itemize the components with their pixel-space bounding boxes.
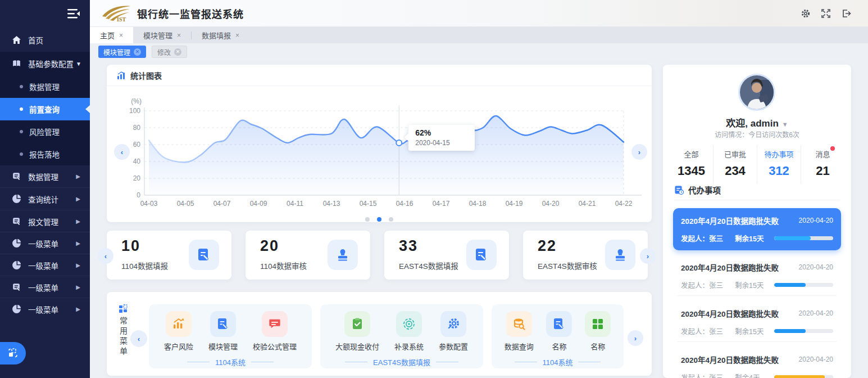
- sidebar-item-preposition-query[interactable]: 前置查询: [0, 98, 90, 120]
- bullet-icon: [20, 85, 23, 88]
- fullscreen-icon[interactable]: [821, 8, 831, 19]
- sidebar-item-label: 报告落地: [29, 148, 60, 160]
- close-chip-icon[interactable]: ✕: [134, 48, 141, 56]
- stat-value: 33: [399, 237, 418, 255]
- tooltip-value: 62%: [415, 128, 468, 137]
- home-icon: [12, 35, 21, 45]
- todo-progress-bar: [774, 375, 833, 378]
- chip-modify[interactable]: 修改 ✕: [152, 46, 187, 58]
- divider: [678, 341, 837, 342]
- pie-chart-icon: [12, 194, 21, 204]
- svg-text:100: 100: [129, 107, 140, 115]
- quick-item-name-grid[interactable]: 名称: [585, 311, 611, 352]
- svg-text:04-17: 04-17: [433, 200, 450, 208]
- sidebar-item-level1-menu-1[interactable]: 一级菜单 ▶: [0, 232, 90, 254]
- stat-card-east4s-fill[interactable]: 33 EAST4S数据填报: [384, 231, 509, 280]
- sidebar-item-label: 数据管理: [28, 171, 58, 182]
- quick-item-label: 名称: [590, 341, 605, 352]
- bar-chart-icon: [172, 317, 185, 331]
- welcome-row[interactable]: 欢迎, admin▼: [663, 115, 851, 129]
- collapse-sidebar-icon[interactable]: [66, 7, 81, 20]
- svg-text:04-05: 04-05: [177, 200, 194, 208]
- quick-item-cash-payment[interactable]: 大额现金收付: [335, 311, 379, 352]
- pie-chart-icon: [12, 304, 21, 314]
- quick-item-data-query[interactable]: 数据查询: [505, 311, 534, 352]
- stat-cards-prev-button[interactable]: ‹: [98, 248, 113, 264]
- close-tab-icon[interactable]: ×: [177, 32, 181, 39]
- quick-item-name-doc[interactable]: 名称: [546, 311, 572, 352]
- quick-item-param-config[interactable]: 参数配置: [439, 311, 468, 352]
- stat-cards-next-button[interactable]: ›: [640, 248, 656, 264]
- svg-text:04-16: 04-16: [396, 200, 413, 208]
- sidebar-item-level1-menu-4[interactable]: 一级菜单 ▶: [0, 298, 90, 320]
- sidebar-item-data-mgmt-sub[interactable]: 数据管理: [0, 75, 90, 98]
- settings-gear-icon[interactable]: [801, 8, 811, 19]
- quick-menu-next-button[interactable]: ›: [628, 330, 643, 346]
- close-tab-icon[interactable]: ×: [235, 32, 239, 39]
- todo-sponsor: 发起人：张三: [681, 372, 735, 378]
- chip-module-mgmt[interactable]: 模块管理 ✕: [98, 46, 146, 58]
- todo-item-4[interactable]: 2020年4月20日数据跑批失败 2020-04-20 发起人：张三 剩余4天: [673, 347, 841, 378]
- quick-item-module-mgmt[interactable]: 模块管理: [208, 311, 238, 352]
- pagination-dot[interactable]: [365, 217, 370, 222]
- stat-card-1104-fill[interactable]: 10 1104数据填报: [107, 231, 231, 280]
- stat-value: 21: [801, 164, 844, 178]
- tab-module-mgmt[interactable]: 模块管理 ×: [133, 27, 191, 43]
- tab-home[interactable]: 主页 ×: [90, 27, 133, 43]
- todo-item-3[interactable]: 2020年4月20日数据跑批失败 2020-04-20 发起人：张三 剩余15天: [673, 301, 841, 343]
- todo-title: 2020年4月20日数据跑批失败: [681, 354, 779, 365]
- todo-progress-bar: [774, 329, 833, 333]
- todo-item-1[interactable]: 2020年4月20日数据跑批失败 2020-04-20 发起人：张三 剩余15天: [673, 208, 841, 250]
- sidebar-item-home[interactable]: 首页: [0, 28, 90, 52]
- stat-todo[interactable]: 待办事项 312: [757, 145, 801, 184]
- todo-item-2[interactable]: 2020年4月20日数据跑批失败 2020-04-20 发起人：张三 剩余15天: [673, 255, 841, 297]
- close-tab-icon[interactable]: ×: [119, 32, 123, 39]
- tab-data-fill[interactable]: 数据填报 ×: [192, 27, 249, 43]
- close-chip-icon[interactable]: ✕: [174, 48, 181, 56]
- sidebar-item-label: 一级菜单: [28, 238, 58, 249]
- sidebar-item-query-stats[interactable]: 查询统计 ▶: [0, 188, 90, 210]
- sidebar-item-base-params[interactable]: 基础参数配置 ▼: [0, 52, 90, 75]
- stat-messages[interactable]: 消息 21: [801, 145, 844, 184]
- sidebar-item-level1-menu-2[interactable]: 一级菜单 ▶: [0, 254, 90, 276]
- target-icon: [402, 317, 416, 331]
- layout-switch-button[interactable]: [0, 342, 26, 364]
- stat-card-1104-audit[interactable]: 20 1104数据审核: [246, 231, 370, 280]
- quick-item-label: 名称: [552, 341, 566, 352]
- avatar[interactable]: [738, 74, 775, 111]
- chevron-right-icon: ▶: [76, 306, 80, 312]
- todo-remaining: 剩余4天: [735, 372, 774, 378]
- clipboard-check-icon: [351, 317, 364, 331]
- line-area-chart[interactable]: 100806040200(%)04-0304-0504-0704-0904-11…: [107, 65, 652, 222]
- stat-all[interactable]: 全部 1345: [670, 145, 713, 184]
- doc-edit-icon: [12, 282, 21, 292]
- sidebar-item-label: 报文管理: [28, 216, 58, 227]
- stat-approved[interactable]: 已审批 234: [713, 145, 757, 184]
- svg-text:20: 20: [133, 174, 141, 182]
- quick-item-supplement-system[interactable]: 补录系统: [394, 311, 424, 352]
- user-stats-row: 全部 1345 已审批 234 待办事项 312 消息 21: [670, 145, 844, 184]
- sidebar-item-level1-menu-3[interactable]: 一级菜单 ▶: [0, 276, 90, 298]
- sidebar-item-report-landing[interactable]: 报告落地: [0, 143, 90, 165]
- sidebar-item-risk-mgmt[interactable]: 风险管理: [0, 120, 90, 143]
- chart-prev-button[interactable]: ‹: [114, 144, 130, 160]
- sidebar-item-message-mgmt[interactable]: 报文管理 ▶: [0, 210, 90, 232]
- tab-label: 主页: [100, 30, 115, 40]
- logout-icon[interactable]: [841, 8, 851, 19]
- pagination-dot[interactable]: [389, 217, 393, 222]
- sidebar-item-data-management[interactable]: 数据管理 ▶: [0, 165, 90, 187]
- sidebar-item-label: 前置查询: [29, 104, 60, 115]
- quick-menu-group-1104: 客户风险 模块管理 校验公式管理 1104系统: [149, 304, 312, 368]
- quick-item-formula-check[interactable]: 校验公式管理: [253, 311, 297, 352]
- stat-label: 1104数据审核: [260, 260, 307, 271]
- todo-date: 2020-04-20: [799, 263, 833, 271]
- chart-next-button[interactable]: ›: [631, 144, 647, 160]
- quick-item-customer-risk[interactable]: 客户风险: [164, 311, 193, 352]
- book-icon: [12, 59, 21, 69]
- todo-sponsor: 发起人：张三: [681, 280, 735, 290]
- quick-menu-prev-button[interactable]: ‹: [130, 330, 147, 347]
- stat-card-east4s-audit[interactable]: 22 EAST4S数据审核: [523, 231, 648, 280]
- quick-item-label: 校验公式管理: [253, 341, 297, 352]
- pagination-dot[interactable]: [377, 217, 381, 222]
- stat-label: EAST4S数据填报: [399, 260, 458, 271]
